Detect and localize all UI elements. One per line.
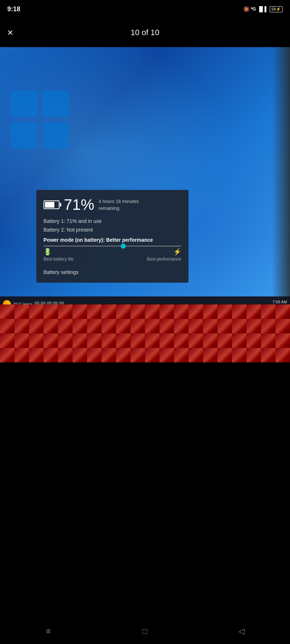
laptop-screen: 71% 4 hours 16 minutes remaining Battery… xyxy=(0,47,290,312)
battery-fill xyxy=(45,202,54,208)
win-sq1 xyxy=(11,91,37,117)
bell-icon: 🔕 xyxy=(243,6,249,12)
win-sq3 xyxy=(11,122,37,149)
power-mode-prefix: Power mode (on battery): xyxy=(44,237,106,243)
battery-settings-link[interactable]: Battery settings xyxy=(44,269,79,275)
battery-time-remaining: 4 hours 16 minutes xyxy=(99,198,139,205)
battery-header: 71% 4 hours 16 minutes remaining xyxy=(44,197,181,212)
battery-icon xyxy=(44,200,59,209)
slider-track xyxy=(44,246,181,246)
signal-4g-icon: ⁴G xyxy=(251,7,256,12)
battery1-info: Battery 1: 71% and in use xyxy=(44,218,181,224)
battery-time-label: remaining xyxy=(99,205,139,212)
battery-status-icon: 59⚡ xyxy=(270,6,283,12)
android-menu-button[interactable]: ≡ xyxy=(39,622,57,640)
battery-time-container: 4 hours 16 minutes remaining xyxy=(99,198,139,212)
side-bezel-right xyxy=(272,47,290,312)
power-slider-container[interactable]: 🔋 Best battery life ⚡ Best performance xyxy=(44,246,181,262)
performance-icon: ⚡ xyxy=(173,248,181,256)
top-bar: × 10 of 10 xyxy=(0,18,290,47)
android-nav-bar: ≡ □ ◁ xyxy=(0,619,290,644)
android-home-button[interactable]: □ xyxy=(136,622,154,640)
slider-label-right: ⚡ Best performance xyxy=(147,248,181,262)
status-bar: 9:18 🔕 ⁴G ▐▌▌ 59⚡ xyxy=(0,0,290,18)
win-sq2 xyxy=(43,91,69,117)
slider-labels: 🔋 Best battery life ⚡ Best performance xyxy=(44,248,181,262)
battery-popup: 71% 4 hours 16 minutes remaining Battery… xyxy=(36,190,188,283)
power-mode-value: Better performance xyxy=(106,237,153,243)
android-back-button[interactable]: ◁ xyxy=(233,622,251,640)
signal-bars-icon: ▐▌▌ xyxy=(257,6,268,12)
battery-life-icon: 🔋 xyxy=(44,248,51,256)
power-mode-label: Power mode (on battery): Better performa… xyxy=(44,237,181,243)
taskbar-time: 7:58 AM xyxy=(273,300,287,304)
photo-area: 71% 4 hours 16 minutes remaining Battery… xyxy=(0,47,290,362)
laptop-container: 71% 4 hours 16 minutes remaining Battery… xyxy=(0,47,290,362)
slider-left-text: Best battery life xyxy=(44,257,74,262)
status-time: 9:18 xyxy=(7,5,20,13)
windows-logo xyxy=(11,91,69,149)
page-counter: 10 of 10 xyxy=(130,28,160,37)
slider-label-left: 🔋 Best battery life xyxy=(44,248,74,262)
slider-thumb xyxy=(121,244,126,249)
bottom-black-area xyxy=(0,437,290,644)
slider-right-text: Best performance xyxy=(147,257,181,262)
carpet-area xyxy=(0,304,290,362)
battery2-info: Battery 2: Not present xyxy=(44,227,181,233)
close-button[interactable]: × xyxy=(7,28,13,38)
win-sq4 xyxy=(43,122,69,149)
battery-percent: 71% xyxy=(64,197,94,212)
status-icons: 🔕 ⁴G ▐▌▌ 59⚡ xyxy=(243,6,283,12)
